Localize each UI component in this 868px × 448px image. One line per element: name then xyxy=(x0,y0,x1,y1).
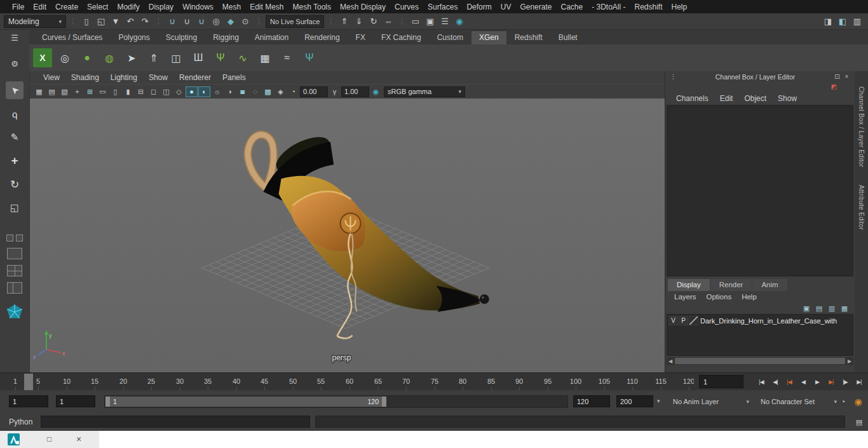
character-set-dropdown[interactable]: No Character Set ▾ xyxy=(757,395,840,407)
channel-menu-edit[interactable]: Edit xyxy=(714,94,739,103)
screen-space-ao-icon[interactable]: ◙ xyxy=(236,86,248,97)
go-to-playback-start-button[interactable]: |◀ xyxy=(754,379,768,385)
range-end-handle[interactable] xyxy=(382,397,386,407)
grid-toggle-icon[interactable]: ⊞ xyxy=(84,86,96,97)
menu-file[interactable]: File xyxy=(8,3,29,11)
move-tool[interactable]: + xyxy=(6,152,24,170)
shelf-menu-icon[interactable]: ☰ xyxy=(8,32,22,43)
color-management-icon[interactable]: ◉ xyxy=(370,86,382,97)
construction-history-icon[interactable]: ↻ xyxy=(367,15,381,29)
xgen-guides-tool-icon[interactable]: ⇑ xyxy=(144,48,163,67)
menu-mesh[interactable]: Mesh xyxy=(218,3,245,11)
shelf-gear-icon[interactable]: ⚙ xyxy=(8,58,22,69)
isolate-select-icon[interactable]: ◈ xyxy=(275,86,287,97)
playback-start-field[interactable] xyxy=(56,395,95,407)
channel-menu-channels[interactable]: Channels xyxy=(670,94,714,103)
gamma-icon[interactable]: γ xyxy=(329,86,341,97)
layer-options-icon[interactable]: ▦ xyxy=(839,304,850,313)
resolution-gate-icon[interactable]: ▯ xyxy=(109,86,121,97)
current-frame-marker[interactable] xyxy=(24,374,33,390)
gamma-field[interactable] xyxy=(341,86,369,97)
image-plane-icon[interactable]: ▧ xyxy=(58,86,71,97)
exposure-field[interactable] xyxy=(300,86,328,97)
scroll-left-icon[interactable]: ◀ xyxy=(667,358,674,364)
layer-tab-render[interactable]: Render xyxy=(710,279,752,291)
pane-layout-mini-right-button[interactable] xyxy=(16,234,23,241)
layer-menu-help[interactable]: Help xyxy=(736,293,762,301)
layer-name-label[interactable]: Dark_Drinking_Horn_in_Leather_Case_with xyxy=(700,317,853,325)
menu-redshift[interactable]: Redshift xyxy=(630,3,667,11)
animation-end-field[interactable] xyxy=(616,395,653,407)
shelf-tab-rendering[interactable]: Rendering xyxy=(297,31,347,44)
divider-grip[interactable]: ⋮ xyxy=(325,17,336,25)
menu-select[interactable]: Select xyxy=(83,3,112,11)
snap-to-curve-icon[interactable]: ∪ xyxy=(180,15,194,29)
menu-cache[interactable]: Cache xyxy=(556,3,587,11)
playback-end-field[interactable] xyxy=(573,395,610,407)
viewport-menu-show[interactable]: Show xyxy=(143,73,173,82)
xgen-add-collection-icon[interactable]: ◍ xyxy=(100,48,119,67)
animation-preferences-icon[interactable]: ◉ xyxy=(851,395,865,408)
divider-grip[interactable]: ⋮ xyxy=(67,17,78,25)
safe-title-icon[interactable]: ◫ xyxy=(160,86,172,97)
step-back-key-button[interactable]: |◀ xyxy=(782,379,796,385)
multisample-icon[interactable]: ▩ xyxy=(262,86,274,97)
bookmarks-icon[interactable]: ▤ xyxy=(46,86,58,97)
colorspace-dropdown[interactable]: sRGB gamma ▾ xyxy=(384,86,465,97)
viewport-menu-shading[interactable]: Shading xyxy=(65,73,105,82)
float-panel-icon[interactable]: ⊡ xyxy=(832,73,842,80)
snap-to-point-icon[interactable]: ∪ xyxy=(194,15,208,29)
layer-playback-toggle[interactable]: P xyxy=(679,316,688,325)
menu-mesh-display[interactable]: Mesh Display xyxy=(336,3,390,11)
menu-edit[interactable]: Edit xyxy=(29,3,51,11)
new-scene-icon[interactable]: ▯ xyxy=(79,15,93,29)
snap-to-grid-icon[interactable]: ∪ xyxy=(165,15,179,29)
rotate-tool[interactable]: ↻ xyxy=(6,175,24,193)
attribute-editor-toggle-icon[interactable]: ◨ xyxy=(821,15,835,29)
inputs-icon[interactable]: ⇑ xyxy=(337,15,351,29)
menu-3dtoall[interactable]: - 3DtoAll - xyxy=(587,3,630,11)
script-editor-icon[interactable]: ▤ xyxy=(853,416,865,428)
shelf-tab-custom[interactable]: Custom xyxy=(430,31,471,44)
save-scene-icon[interactable]: ▼ xyxy=(109,15,123,29)
close-panel-icon[interactable]: × xyxy=(842,73,851,80)
scrollbar-thumb[interactable] xyxy=(675,358,845,364)
layer-tab-display[interactable]: Display xyxy=(668,279,710,291)
xgen-interactive-groom-icon[interactable]: Ψ xyxy=(300,48,319,67)
interactive-render-icon[interactable]: ◉ xyxy=(452,15,466,29)
2d-pan-zoom-icon[interactable]: + xyxy=(71,86,83,97)
menu-create[interactable]: Create xyxy=(51,3,83,11)
layer-color-swatch[interactable] xyxy=(689,316,698,325)
select-tool[interactable]: ➤ xyxy=(6,81,24,99)
current-frame-field[interactable] xyxy=(699,375,743,388)
snap-to-projected-center-icon[interactable]: ◎ xyxy=(209,15,223,29)
range-slider-track[interactable]: 1 120 xyxy=(104,395,568,408)
open-scene-icon[interactable]: ◱ xyxy=(94,15,108,29)
layer-tab-anim[interactable]: Anim xyxy=(752,279,787,291)
paint-select-tool[interactable]: ✎ xyxy=(6,128,24,146)
snap-together-icon[interactable]: ⊙ xyxy=(238,15,252,29)
xgen-editor-icon[interactable]: X xyxy=(33,48,52,67)
wireframe-icon[interactable]: ◇ xyxy=(173,86,185,97)
layer-row[interactable]: V P Dark_Drinking_Horn_in_Leather_Case_w… xyxy=(667,315,853,326)
shelf-tab-animation[interactable]: Animation xyxy=(247,31,296,44)
panel-drag-grip[interactable]: ⋮ xyxy=(668,73,678,80)
range-start-handle[interactable] xyxy=(105,397,110,407)
viewport-menu-view[interactable]: View xyxy=(37,73,65,82)
menu-surfaces[interactable]: Surfaces xyxy=(423,3,462,11)
motion-blur-icon[interactable]: ◌ xyxy=(249,86,261,97)
close-window-icon[interactable]: × xyxy=(76,431,81,448)
menu-set-selector[interactable]: Modeling ▾ xyxy=(4,15,66,28)
anim-layer-dropdown[interactable]: No Anim Layer ▾ xyxy=(670,395,752,407)
divider-grip[interactable]: ⋮ xyxy=(254,17,264,25)
xgen-comb-tool-icon[interactable]: Ш xyxy=(189,48,208,67)
textured-icon[interactable]: ◐ xyxy=(198,86,210,97)
side-tab-channel-box[interactable]: Channel Box / Layer Editor xyxy=(858,86,865,167)
make-live-icon[interactable]: ◆ xyxy=(224,15,238,29)
outputs-icon[interactable]: ⇓ xyxy=(352,15,366,29)
shelf-tab-xgen[interactable]: XGen xyxy=(471,31,506,44)
viewport-menu-lighting[interactable]: Lighting xyxy=(105,73,143,82)
xgen-grass-preset-icon[interactable]: Ψ xyxy=(211,48,230,67)
restore-window-icon[interactable]: □ xyxy=(47,431,51,448)
viewport-menu-panels[interactable]: Panels xyxy=(217,73,252,82)
